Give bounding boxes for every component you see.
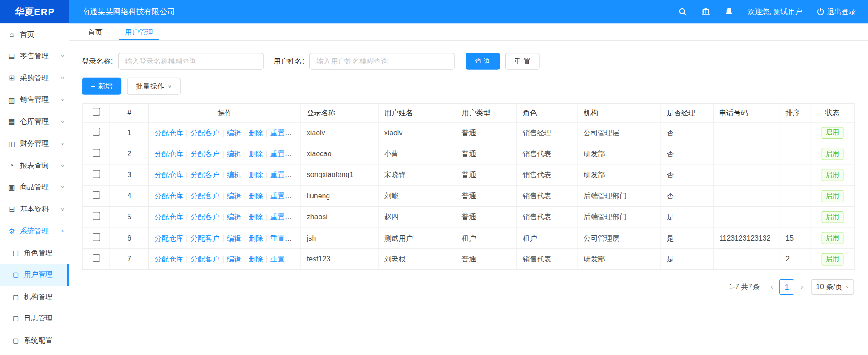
edit-link[interactable]: 编辑 (227, 192, 241, 200)
sidebar-item-report[interactable]: ◔报表查询∨ (0, 154, 69, 176)
row-checkbox-cell (82, 143, 110, 164)
edit-link[interactable]: 编辑 (227, 149, 241, 158)
assign-customer-link[interactable]: 分配客户 (191, 255, 219, 263)
cell-name: 小曹 (378, 143, 456, 164)
add-button[interactable]: + 新增 (82, 78, 122, 95)
sidebar-subitem-org-management[interactable]: ▢机构管理 (0, 286, 69, 308)
assign-warehouse-link[interactable]: 分配仓库 (154, 192, 183, 200)
delete-link[interactable]: 删除 (249, 212, 263, 221)
sidebar-item-retail[interactable]: ▤零售管理∨ (0, 45, 69, 67)
edit-link[interactable]: 编辑 (227, 233, 241, 242)
assign-customer-link[interactable]: 分配客户 (191, 128, 219, 136)
row-index: 1 (110, 122, 148, 143)
sidebar-item-goods[interactable]: ▣商品管理∨ (0, 177, 69, 198)
assign-customer-link[interactable]: 分配客户 (191, 233, 219, 242)
edit-link[interactable]: 编辑 (227, 255, 241, 263)
edit-link[interactable]: 编辑 (227, 128, 241, 136)
bank-icon[interactable] (701, 7, 711, 16)
report-icon: ◔ (7, 161, 16, 169)
status-badge[interactable]: 启用 (821, 253, 843, 265)
row-operations: 分配仓库|分配客户|编辑|删除|重置密码 (149, 206, 301, 227)
sidebar-item-system[interactable]: ⚙系统管理∧ (0, 220, 69, 242)
reset-password-link[interactable]: 重置密码 (270, 128, 299, 136)
row-checkbox[interactable] (92, 233, 100, 241)
status-badge[interactable]: 启用 (821, 211, 843, 223)
delete-link[interactable]: 删除 (249, 233, 263, 242)
row-checkbox[interactable] (92, 149, 100, 157)
home-icon: ⌂ (7, 30, 16, 38)
sidebar-subitem-system-config[interactable]: ▢系统配置 (0, 330, 69, 351)
op-separator: | (186, 149, 188, 158)
row-checkbox[interactable] (92, 212, 100, 220)
reset-password-link[interactable]: 重置密码 (270, 170, 299, 178)
tab-user-management[interactable]: 用户管理 (119, 23, 159, 40)
assign-warehouse-link[interactable]: 分配仓库 (154, 212, 183, 221)
row-checkbox[interactable] (92, 254, 100, 262)
delete-link[interactable]: 删除 (249, 255, 263, 263)
sidebar-subitem-log-management[interactable]: ▢日志管理 (0, 308, 69, 330)
reset-password-link[interactable]: 重置密码 (270, 233, 299, 242)
sidebar-item-sales[interactable]: ▥销售管理∨ (0, 89, 69, 111)
cell-login: xiaolv (301, 122, 378, 143)
page-number-button[interactable]: 1 (779, 279, 794, 295)
assign-customer-link[interactable]: 分配客户 (191, 212, 219, 221)
reset-password-link[interactable]: 重置密码 (270, 212, 299, 221)
sidebar-item-label: 报表查询 (20, 161, 49, 171)
delete-link[interactable]: 删除 (249, 192, 263, 200)
sidebar-subitem-role-management[interactable]: ▢角色管理 (0, 242, 69, 264)
chevron-down-icon: ∨ (60, 185, 64, 189)
cell-login: songxiaofeng1 (301, 164, 378, 185)
tab-home[interactable]: 首页 (83, 23, 108, 40)
assign-customer-link[interactable]: 分配客户 (191, 192, 219, 200)
reset-password-link[interactable]: 重置密码 (270, 149, 299, 158)
reset-password-link[interactable]: 重置密码 (270, 192, 299, 200)
status-badge[interactable]: 启用 (821, 232, 843, 244)
delete-link[interactable]: 删除 (249, 128, 263, 136)
add-button-label: 新增 (98, 81, 113, 91)
edit-link[interactable]: 编辑 (227, 212, 241, 221)
assign-customer-link[interactable]: 分配客户 (191, 170, 219, 178)
status-badge[interactable]: 启用 (821, 127, 843, 139)
cell-type: 普通 (456, 164, 517, 185)
sidebar-item-home[interactable]: ⌂首页 (0, 23, 69, 45)
reset-button[interactable]: 重 置 (505, 53, 539, 70)
status-badge[interactable]: 启用 (821, 148, 843, 160)
bell-icon[interactable] (725, 7, 734, 16)
assign-warehouse-link[interactable]: 分配仓库 (154, 170, 183, 178)
row-checkbox[interactable] (92, 191, 100, 199)
sidebar-item-warehouse[interactable]: ▦仓库管理∨ (0, 111, 69, 133)
sidebar-item-purchase[interactable]: ⊞采购管理∨ (0, 67, 69, 89)
cell-role: 销售代表 (517, 143, 578, 164)
assign-warehouse-link[interactable]: 分配仓库 (154, 255, 183, 263)
delete-link[interactable]: 删除 (249, 149, 263, 158)
assign-customer-link[interactable]: 分配客户 (191, 149, 219, 158)
row-operations: 分配仓库|分配客户|编辑|删除|重置密码 (149, 248, 301, 269)
assign-warehouse-link[interactable]: 分配仓库 (154, 233, 183, 242)
delete-link[interactable]: 删除 (249, 170, 263, 178)
row-checkbox[interactable] (92, 128, 100, 136)
assign-warehouse-link[interactable]: 分配仓库 (154, 149, 183, 158)
reset-password-link[interactable]: 重置密码 (270, 255, 299, 263)
select-all-checkbox[interactable] (92, 108, 100, 116)
chevron-down-icon: ∨ (60, 54, 64, 58)
batch-operations-button[interactable]: 批量操作 ∨ (127, 78, 181, 95)
search-icon[interactable] (678, 7, 687, 16)
cell-name: 刘老根 (378, 248, 456, 269)
status-badge[interactable]: 启用 (821, 169, 843, 181)
cell-org: 后端管理部门 (578, 206, 661, 227)
prev-page-button[interactable]: ‹ (767, 282, 777, 291)
sidebar-item-base-data[interactable]: ⊟基本资料∨ (0, 198, 69, 220)
login-name-input[interactable] (118, 53, 264, 70)
next-page-button[interactable]: › (797, 282, 806, 291)
logout-button[interactable]: 退出登录 (817, 7, 856, 17)
page-size-select[interactable]: 10 条/页 ∨ (811, 279, 854, 295)
row-checkbox[interactable] (92, 170, 100, 178)
sidebar-subitem-user-management[interactable]: ▢用户管理 (0, 264, 69, 286)
edit-link[interactable]: 编辑 (227, 170, 241, 178)
column-header-9: 排序 (780, 104, 810, 122)
search-button[interactable]: 查 询 (466, 53, 500, 70)
status-badge[interactable]: 启用 (821, 190, 843, 202)
sidebar-item-finance[interactable]: ◫财务管理∨ (0, 133, 69, 154)
assign-warehouse-link[interactable]: 分配仓库 (154, 128, 183, 136)
user-name-input[interactable] (309, 53, 455, 70)
